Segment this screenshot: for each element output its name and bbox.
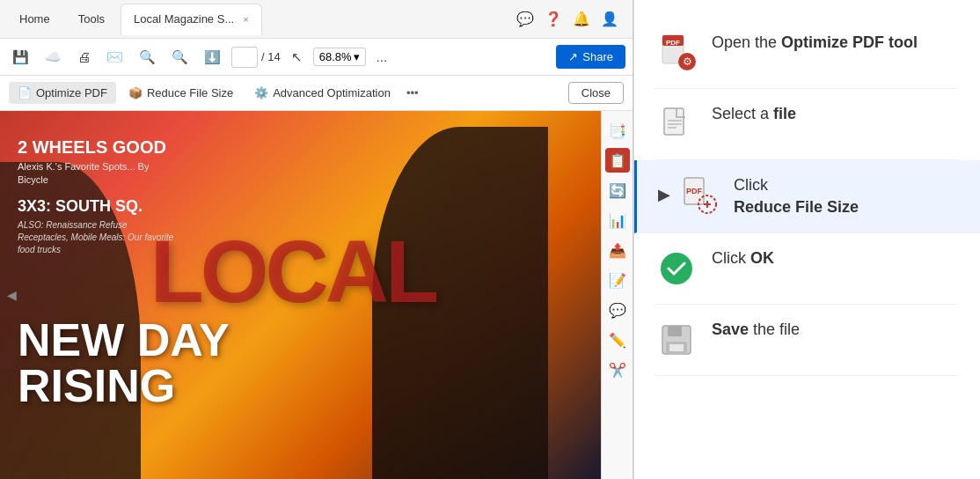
instructions-panel: PDF ⚙ Open the Optimize PDF tool Select … [633,0,980,479]
optimize-toolbar: 📄 Optimize PDF 📦 Reduce File Size ⚙️ Adv… [0,76,633,111]
svg-text:PDF: PDF [666,39,680,47]
pdf-viewer: Home Tools Local Magazine S... × 💬 ❓ 🔔 👤… [0,0,633,479]
zoom-in-button[interactable]: 🔍 [166,46,194,69]
right-tool-9[interactable]: ✂️ [605,357,630,382]
svg-point-14 [661,253,692,284]
zoom-out-button[interactable]: 🔍 [134,46,161,69]
optimize-pdf-icon: PDF ⚙ [657,33,696,72]
optimize-pdf-button[interactable]: 📄 Optimize PDF [9,82,116,104]
step-1-text: Open the Optimize PDF tool [712,32,918,54]
save-button[interactable]: 💾 [7,46,34,69]
step-2-icon [655,103,698,145]
page-navigation: 1 / 14 [231,47,281,68]
cursor-tool[interactable]: ↖ [286,46,308,69]
right-tool-1[interactable]: 📑 [605,118,630,143]
advanced-optimization-button[interactable]: ⚙️ Advanced Optimization [245,82,399,104]
step-3-label: ClickReduce File Size [734,174,859,218]
mag-sub-1: Alexis K.'s Favorite Spots... By Bicycle [18,160,176,188]
step-2: Select a file [655,89,959,160]
upload-button[interactable]: ☁️ [40,46,67,69]
page-number-input[interactable]: 1 [231,47,258,68]
right-tools-panel: 📑 📋 🔄 📊 📤 📝 💬 ✏️ ✂️ [601,111,633,479]
chat-icon[interactable]: 💬 [516,11,534,27]
mag-big-2: RISING [18,363,230,409]
optimize-pdf-icon: 📄 [18,86,32,99]
reduce-size-icon: 📦 [128,86,143,99]
step-3-icon: PDF [677,174,720,217]
svg-text:⚙: ⚙ [683,55,692,68]
scroll-left-indicator[interactable]: ◀ [7,288,17,302]
step-4-label: Click OK [712,247,774,269]
step-5-text: Save the file [712,319,800,341]
print-button[interactable]: 🖨 [72,46,96,68]
step-5-label: Save the file [712,319,800,341]
step-3-text: ClickReduce File Size [734,174,859,218]
close-button[interactable]: Close [568,82,624,104]
right-tool-5[interactable]: 📤 [605,238,630,262]
main-toolbar: 💾 ☁️ 🖨 ✉️ 🔍 🔍 ⬇️ 1 / 14 ↖ 68.8% ▾ ... ↗ … [0,39,633,76]
svg-rect-5 [664,108,684,135]
tab-document[interactable]: Local Magazine S... × [121,4,262,35]
step-3: ▶ PDF ClickReduce File Size [634,160,980,233]
mag-heading-1: 2 WHEELS GOOD [18,137,176,157]
download-button[interactable]: ⬇️ [199,46,226,69]
tab-close-icon[interactable]: × [243,14,248,25]
step-1: PDF ⚙ Open the Optimize PDF tool [655,18,959,89]
step-1-label: Open the Optimize PDF tool [712,32,918,54]
step-3-arrow: ▶ [658,185,670,204]
step-5-icon [655,319,698,361]
step-5: Save the file [655,305,959,376]
tab-actions: 💬 ❓ 🔔 👤 [516,11,625,27]
step-4-text: Click OK [712,247,774,269]
magazine-bottom: NEW DAY RISING [18,317,230,409]
step-2-label: Select a file [712,103,796,125]
reduce-file-size-icon: PDF [679,176,718,215]
step-2-text: Select a file [712,103,796,125]
check-circle-icon [657,249,696,288]
mag-heading-2: 3X3: SOUTH SQ. [18,198,176,216]
share-icon: ↗ [568,50,578,63]
help-icon[interactable]: ❓ [545,11,562,27]
account-icon[interactable]: 👤 [601,11,618,27]
right-tool-2-active[interactable]: 📋 [605,148,630,173]
step-1-icon: PDF ⚙ [655,32,698,74]
right-tool-8[interactable]: ✏️ [605,328,630,352]
step-4-icon [655,247,698,290]
mag-big-1: NEW DAY [18,317,230,363]
notifications-icon[interactable]: 🔔 [573,11,590,27]
magazine-title: LOCAL [150,221,435,322]
more-options[interactable]: ••• [406,86,419,99]
svg-rect-18 [669,344,684,351]
pdf-page: 2 WHEELS GOOD Alexis K.'s Favorite Spots… [0,111,601,479]
zoom-selector[interactable]: 68.8% ▾ [313,48,366,66]
right-tool-6[interactable]: 📝 [605,268,630,292]
advanced-icon: ⚙️ [254,86,268,99]
right-tool-4[interactable]: 📊 [605,208,630,232]
step-4: Click OK [655,233,959,305]
magazine-cover: 2 WHEELS GOOD Alexis K.'s Favorite Spots… [0,111,601,479]
svg-text:PDF: PDF [686,187,703,195]
reduce-file-size-button[interactable]: 📦 Reduce File Size [120,82,242,104]
file-icon [657,105,696,144]
share-button[interactable]: ↗ Share [556,45,625,69]
svg-rect-16 [668,326,682,336]
right-tool-3[interactable]: 🔄 [605,178,630,203]
save-icon [657,321,696,359]
pdf-content-area: 2 WHEELS GOOD Alexis K.'s Favorite Spots… [0,111,633,479]
tab-tools[interactable]: Tools [66,4,117,35]
more-tools-button[interactable]: ... [371,46,393,68]
email-button[interactable]: ✉️ [101,46,128,69]
tab-home[interactable]: Home [7,4,62,35]
right-tool-7[interactable]: 💬 [605,298,630,322]
tab-bar: Home Tools Local Magazine S... × 💬 ❓ 🔔 👤 [0,0,633,39]
chevron-down-icon: ▾ [354,50,360,63]
